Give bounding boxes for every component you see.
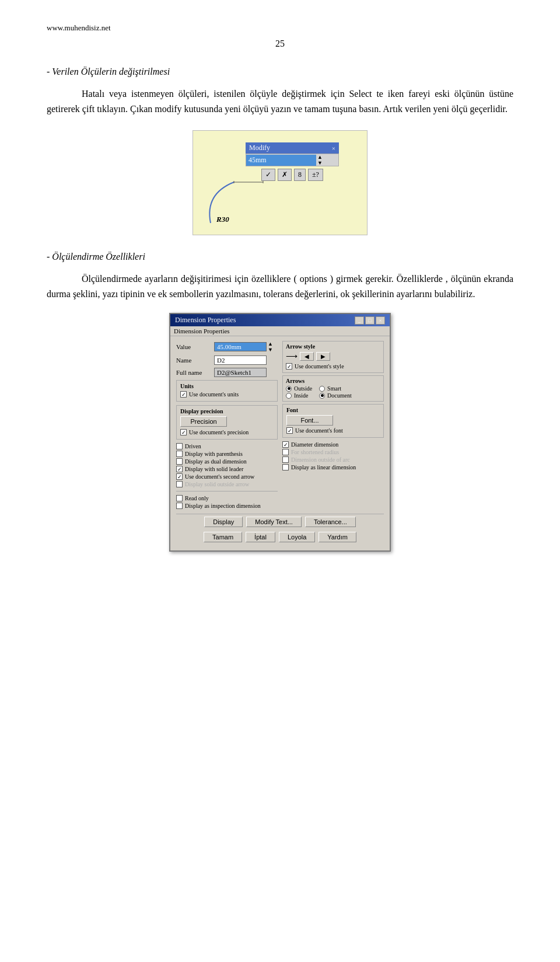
- arrow-doc-style-checkbox[interactable]: [286, 363, 292, 370]
- readonly-checkbox[interactable]: [176, 495, 183, 501]
- page-number: 25: [47, 39, 513, 49]
- modify-extra-btn1[interactable]: 8: [294, 169, 306, 181]
- website-header: www.muhendisiz.net: [47, 23, 513, 33]
- second-arrow-checkbox[interactable]: [176, 473, 183, 480]
- outside-arc-checkbox-row[interactable]: Dimension outside of arc: [282, 456, 384, 463]
- inspection-checkbox-row[interactable]: Display as inspection dimension: [176, 503, 278, 509]
- page: www.muhendisiz.net 25 - Verilen Ölçüleri…: [0, 0, 560, 598]
- value-input[interactable]: 45.00mm: [214, 342, 267, 351]
- yardim-btn[interactable]: Yardım: [318, 532, 356, 542]
- precision-checkbox-row[interactable]: Use document's precision: [180, 429, 274, 435]
- dim-props-window: Dimension Properties _ □ × Dimension Pro…: [169, 313, 391, 552]
- shortened-checkbox-row[interactable]: For shortened radius: [282, 449, 384, 455]
- dual-checkbox[interactable]: [176, 458, 183, 465]
- parenthesis-checkbox-row[interactable]: Display with parenthesis: [176, 451, 278, 457]
- outside-arc-checkbox[interactable]: [282, 456, 289, 463]
- parenthesis-checkbox[interactable]: [176, 451, 183, 457]
- arrows-title: Arrows: [286, 378, 380, 384]
- arrow-style-title: Arrow style: [286, 343, 380, 350]
- dim-props-titlebar: Dimension Properties _ □ ×: [170, 314, 390, 326]
- inside-radio-row[interactable]: Inside: [286, 392, 312, 399]
- smart-radio-row[interactable]: Smart: [319, 385, 352, 392]
- second-arrow-checkbox-row[interactable]: Use document's second arrow: [176, 473, 278, 480]
- tamam-btn[interactable]: Tamam: [204, 532, 242, 542]
- dim-menu-bar: Dimension Properties: [170, 326, 390, 336]
- dim-props-title: Dimension Properties: [175, 316, 236, 325]
- right-checkboxes-group: Diameter dimension For shortened radius …: [282, 441, 384, 470]
- arrow-next-btn[interactable]: ▶: [316, 352, 330, 361]
- display-btn[interactable]: Display: [204, 517, 243, 527]
- left-checkboxes-group: Driven Display with parenthesis Display …: [176, 443, 278, 487]
- dim-top-btn-row: Display Modify Text... Tolerance...: [176, 514, 384, 529]
- section1-title: - Verilen Ölçülerin değiştirilmesi: [47, 67, 513, 77]
- section2-paragraph: Ölçülendirmede ayarların değişitirimesi …: [47, 271, 513, 301]
- modify-text-btn[interactable]: Modify Text...: [246, 517, 302, 527]
- modify-close-btn[interactable]: ×: [332, 145, 335, 152]
- section2-title: - Ölçülendirme Özellikleri: [47, 252, 513, 262]
- outside-arrow-checkbox-row[interactable]: Display solid outside arrow: [176, 481, 278, 487]
- modify-ok-btn[interactable]: ✓: [261, 169, 275, 181]
- units-section-title: Units: [180, 383, 274, 389]
- dim-maximize-btn[interactable]: □: [365, 316, 374, 325]
- font-section-title: Font: [286, 407, 380, 413]
- outside-radio[interactable]: [286, 386, 292, 392]
- inspection-checkbox[interactable]: [176, 503, 183, 509]
- dim-body: Value 45.00mm ▲▼ Name D: [170, 336, 390, 550]
- linear-checkbox-row[interactable]: Display as linear dimension: [282, 464, 384, 470]
- modify-dialog-image: R30 Modify × 45mm ▲ ▼ ✓: [47, 130, 513, 235]
- fullname-input: D2@Sketch1: [214, 368, 267, 377]
- modify-spinner[interactable]: ▲ ▼: [316, 154, 324, 166]
- name-row: Name D2: [176, 355, 278, 365]
- driven-checkbox-row[interactable]: Driven: [176, 443, 278, 449]
- units-checkbox-row[interactable]: Use document's units: [180, 391, 274, 398]
- dual-checkbox-row[interactable]: Display as dual dimension: [176, 458, 278, 465]
- font-btn[interactable]: Font...: [286, 415, 333, 426]
- font-section: Font Font... Use document's font: [282, 404, 384, 438]
- precision-btn[interactable]: Precision: [180, 416, 227, 427]
- outside-radio-row[interactable]: Outside: [286, 385, 312, 392]
- smart-radio[interactable]: [319, 386, 325, 392]
- arrow-style-section: Arrow style ⟶ ◀ ▶ Use document's style: [282, 341, 384, 373]
- modify-cancel-btn[interactable]: ✗: [278, 169, 292, 181]
- diameter-checkbox-row[interactable]: Diameter dimension: [282, 441, 384, 448]
- dim-bottom-btn-row: Tamam İptal Loyola Yardım: [176, 532, 384, 546]
- units-checkbox[interactable]: [180, 391, 187, 398]
- solid-leader-checkbox-row[interactable]: Display with solid leader: [176, 466, 278, 472]
- value-label: Value: [176, 343, 214, 350]
- section1-paragraph: Hatalı veya istenmeyen ölçüleri, istenil…: [47, 86, 513, 116]
- diameter-checkbox[interactable]: [282, 441, 289, 448]
- modify-dialog-box: Modify × 45mm ▲ ▼ ✓ ✗ 8 ±?: [246, 142, 345, 181]
- tolerance-btn[interactable]: Tolerance...: [305, 517, 356, 527]
- arrow-prev-btn[interactable]: ◀: [300, 352, 314, 361]
- shortened-checkbox[interactable]: [282, 449, 289, 455]
- website-url: www.muhendisiz.net: [47, 23, 111, 32]
- arrow-preview: ⟶ ◀ ▶: [286, 351, 380, 361]
- driven-checkbox[interactable]: [176, 443, 183, 449]
- arrow-doc-style-checkbox-row[interactable]: Use document's style: [286, 363, 380, 370]
- modify-extra-btn2[interactable]: ±?: [308, 169, 323, 181]
- fullname-label: Full name: [176, 369, 214, 376]
- inside-radio[interactable]: [286, 393, 292, 399]
- dim-minimize-btn[interactable]: _: [355, 316, 364, 325]
- name-label: Name: [176, 357, 214, 364]
- value-spinner[interactable]: ▲▼: [268, 341, 273, 353]
- name-input[interactable]: D2: [214, 355, 267, 365]
- modify-value-input[interactable]: 45mm: [246, 155, 316, 166]
- iptal-btn[interactable]: İptal: [246, 532, 275, 542]
- document-radio-row[interactable]: Document: [319, 392, 352, 399]
- dim-close-btn[interactable]: ×: [376, 316, 385, 325]
- precision-section-title: Display precision: [180, 408, 274, 414]
- document-radio[interactable]: [319, 393, 325, 399]
- outside-arrow-checkbox[interactable]: [176, 481, 183, 487]
- font-doc-checkbox[interactable]: [286, 427, 293, 434]
- readonly-checkbox-row[interactable]: Read only: [176, 495, 278, 501]
- linear-checkbox[interactable]: [282, 464, 289, 470]
- loyola-btn[interactable]: Loyola: [279, 532, 315, 542]
- arrows-section: Arrows Outside Inside: [282, 375, 384, 402]
- r30-label: R30: [216, 215, 229, 224]
- fullname-row: Full name D2@Sketch1: [176, 368, 278, 377]
- units-section: Units Use document's units: [176, 380, 278, 402]
- precision-checkbox[interactable]: [180, 429, 187, 435]
- solid-leader-checkbox[interactable]: [176, 466, 183, 472]
- font-checkbox-row[interactable]: Use document's font: [286, 427, 380, 434]
